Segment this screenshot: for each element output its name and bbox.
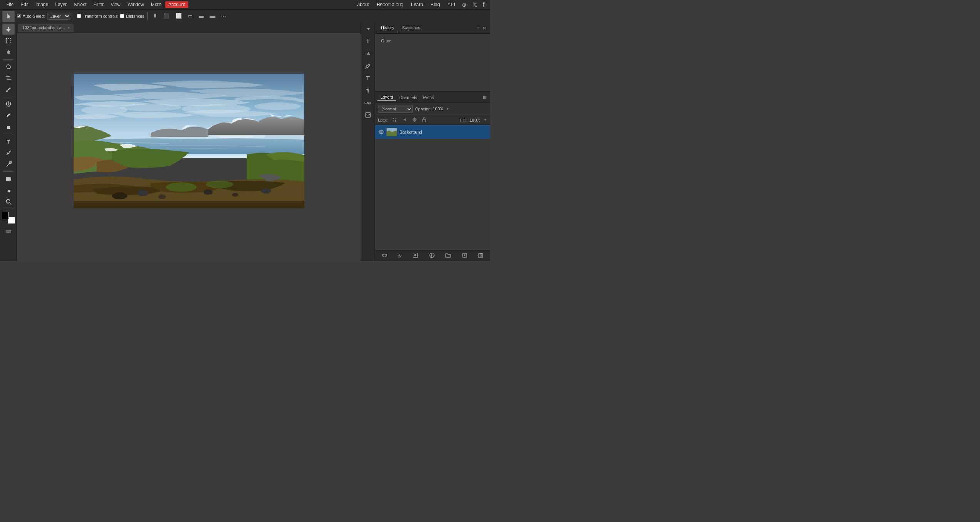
channels-tab[interactable]: Channels [396, 94, 420, 101]
align-middle-btn[interactable]: ▬ [197, 12, 206, 20]
align-right-btn[interactable]: ⬜ [174, 12, 184, 20]
css-icon[interactable]: CSS [363, 98, 373, 108]
paths-tab[interactable]: Paths [420, 94, 437, 101]
lock-pixels-btn[interactable] [391, 117, 398, 123]
tool-shape[interactable] [2, 173, 15, 184]
tool-heal[interactable] [2, 99, 15, 109]
menu-blog[interactable]: Blog [428, 1, 443, 8]
tool-move[interactable] [2, 24, 15, 35]
lock-all-icon [422, 117, 426, 122]
tool-keyboard[interactable]: ⌨ [2, 226, 15, 237]
twitter-icon[interactable]: 𝕏 [470, 1, 479, 8]
layer-select-dropdown[interactable]: Layer Group [47, 13, 70, 20]
tool-magic-wand[interactable]: ✱ [2, 47, 15, 58]
menu-api[interactable]: API [445, 1, 458, 8]
layers-panel-menu-btn[interactable]: ≡ [482, 94, 488, 101]
menu-view[interactable]: View [107, 1, 124, 8]
blend-mode-select[interactable]: Normal Dissolve Multiply Screen Overlay [378, 105, 413, 113]
new-layer-footer-btn[interactable] [460, 252, 469, 260]
info-panel-icon[interactable]: ℹ [363, 36, 373, 46]
canvas-viewport[interactable] [17, 33, 361, 261]
transform-controls-checkbox[interactable] [77, 14, 81, 18]
opacity-dropdown-arrow[interactable]: ▼ [446, 107, 450, 111]
tool-separator-5 [3, 209, 14, 209]
move-cursor-icon [5, 13, 12, 20]
hand-icon [5, 187, 12, 193]
paint-icon[interactable] [363, 61, 373, 71]
menu-account[interactable]: Account [165, 1, 188, 8]
tool-brush[interactable] [2, 110, 15, 121]
adjustment-footer-btn[interactable] [427, 252, 436, 260]
align-left-btn[interactable]: ⬇ [151, 12, 159, 20]
align-center-btn[interactable]: ⬛ [161, 12, 171, 20]
tool-hand[interactable] [2, 185, 15, 196]
auto-select-checkbox[interactable] [17, 14, 21, 18]
canvas-area: 1024px-Icelandic_La... × [17, 22, 361, 261]
menu-layer[interactable]: Layer [52, 1, 70, 8]
type-icon[interactable]: T [363, 73, 373, 83]
menu-about[interactable]: About [354, 1, 372, 8]
distances-checkbox[interactable] [120, 14, 124, 18]
foreground-color-swatch[interactable] [2, 212, 9, 219]
menu-file[interactable]: File [3, 1, 17, 8]
tool-lasso[interactable] [2, 61, 15, 72]
distribute-btn[interactable]: ⋯ [219, 12, 228, 20]
lock-position-btn[interactable] [411, 117, 418, 123]
tool-smudge[interactable] [2, 159, 15, 170]
tool-crop[interactable] [2, 73, 15, 84]
facebook-icon[interactable]: f [481, 1, 487, 8]
menu-image[interactable]: Image [32, 1, 51, 8]
right-panel: History Swatches ≡ × Open Layers Channel… [375, 22, 490, 261]
move-tool-btn[interactable] [2, 11, 15, 22]
svg-point-15 [120, 104, 181, 111]
svg-point-46 [414, 254, 416, 256]
tool-eyedropper[interactable] [2, 84, 15, 95]
svg-point-5 [7, 116, 8, 117]
layer-effects-footer-btn[interactable]: fx [396, 253, 404, 259]
paragraph-icon[interactable]: ¶ [363, 85, 373, 95]
history-item-open[interactable]: Open [378, 37, 487, 45]
delete-layer-footer-btn[interactable] [477, 252, 485, 260]
canvas-tab[interactable]: 1024px-Icelandic_La... × [18, 24, 74, 32]
levels-icon[interactable] [363, 49, 373, 59]
auto-select-checkbox-label[interactable]: Auto-Select [17, 14, 45, 18]
menu-learn[interactable]: Learn [408, 1, 426, 8]
tool-eraser[interactable] [2, 122, 15, 132]
transform-controls-label[interactable]: Transform controls [77, 14, 118, 18]
layers-footer: fx [375, 250, 490, 261]
history-tab[interactable]: History [377, 24, 398, 32]
color-swatches[interactable] [2, 212, 15, 224]
image-adjustments-icon[interactable] [363, 110, 373, 120]
menu-more[interactable]: More [148, 1, 164, 8]
menu-select[interactable]: Select [70, 1, 89, 8]
background-color-swatch[interactable] [8, 217, 15, 224]
menu-filter[interactable]: Filter [90, 1, 107, 8]
tool-text[interactable]: T [2, 136, 15, 147]
swatches-tab[interactable]: Swatches [398, 24, 424, 32]
group-footer-btn[interactable] [443, 252, 453, 260]
tool-zoom[interactable] [2, 196, 15, 207]
link-layers-footer-btn[interactable] [380, 252, 389, 260]
tool-pen[interactable] [2, 147, 15, 158]
menu-window[interactable]: Window [124, 1, 147, 8]
fill-value[interactable]: 100% [470, 118, 480, 122]
history-panel-menu-btn[interactable]: ≡ [475, 24, 482, 32]
lock-all-btn[interactable] [421, 117, 427, 123]
layer-mask-footer-btn[interactable] [411, 252, 420, 260]
lock-image-btn[interactable] [401, 117, 408, 123]
layers-tab[interactable]: Layers [377, 94, 396, 101]
align-bottom-btn[interactable]: ▬ [208, 12, 217, 20]
tool-select-rect[interactable] [2, 35, 15, 46]
history-panel-close-btn[interactable]: × [482, 24, 488, 32]
fill-dropdown-arrow[interactable]: ▼ [483, 118, 487, 122]
close-tab-btn[interactable]: × [67, 25, 70, 30]
menu-report-bug[interactable]: Report a bug [374, 1, 406, 8]
collapse-right-icon[interactable] [363, 24, 373, 34]
layer-visibility-toggle[interactable] [378, 129, 384, 135]
layer-item-background[interactable]: Background [375, 125, 490, 139]
opacity-value[interactable]: 100% [433, 107, 443, 111]
menu-edit[interactable]: Edit [17, 1, 32, 8]
distances-label[interactable]: Distances [120, 14, 144, 18]
align-top-btn[interactable]: ▭ [186, 12, 194, 20]
reddit-icon[interactable]: ⊕ [460, 1, 469, 8]
